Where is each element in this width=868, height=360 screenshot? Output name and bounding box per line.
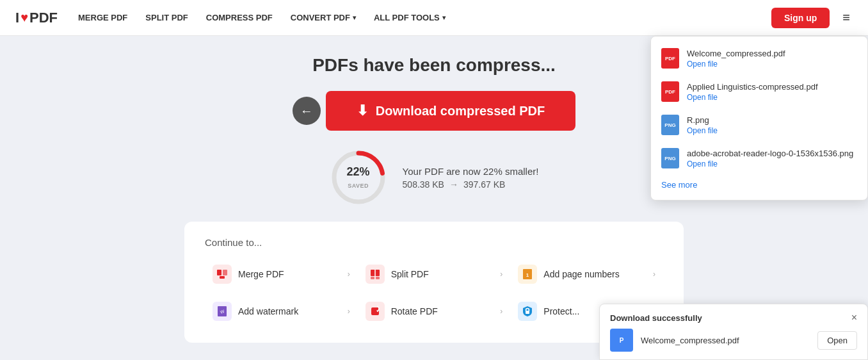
compressed-size: 397.67 KB — [463, 179, 505, 190]
tool-rotate-pdf[interactable]: Rotate PDF › — [358, 295, 511, 327]
dropdown-file-info-3: R.png Open file — [687, 115, 857, 135]
dropdown-file-name-1: Welcome_compressed.pdf — [687, 49, 857, 58]
dropdown-file-info-4: adobe-acrobat-reader-logo-0-1536x1536.pn… — [687, 149, 857, 168]
back-button[interactable]: ← — [293, 97, 321, 125]
logo[interactable]: I♥PDF — [15, 10, 58, 26]
toast-open-button[interactable]: Open — [817, 331, 857, 350]
toast-file-icon: P — [610, 329, 633, 352]
svg-rect-4 — [220, 276, 225, 279]
circle-label: 22% SAVED — [347, 165, 370, 190]
tool-label-split: Split PDF — [391, 269, 494, 279]
original-size: 508.38 KB — [403, 179, 444, 190]
tool-split-pdf[interactable]: Split PDF › — [358, 258, 511, 290]
download-icon: ⬇ — [357, 102, 368, 119]
download-area: ← ⬇ Download compressed PDF — [293, 91, 576, 131]
toast-body: P Welcome_compressed.pdf Open — [610, 329, 857, 352]
saved-label: SAVED — [348, 183, 369, 189]
page-numbers-icon: 1 — [518, 265, 537, 284]
pdf-file-icon-1: PDF — [661, 48, 679, 69]
split-svg — [369, 268, 382, 281]
dropdown-open-link-3[interactable]: Open file — [687, 126, 857, 135]
header-right: Sign up ≡ — [771, 8, 853, 28]
compression-description: Your PDF are now 22% smaller! — [403, 166, 539, 177]
svg-text:1: 1 — [526, 272, 529, 278]
size-comparison: 508.38 KB → 397.67 KB — [403, 179, 539, 190]
compression-percent: 22% — [347, 165, 370, 179]
see-more-link[interactable]: See more — [651, 175, 867, 195]
svg-rect-7 — [371, 277, 374, 279]
merge-pdf-icon — [213, 265, 232, 284]
toast-status-label: Download successfully — [610, 313, 702, 323]
svg-rect-3 — [223, 270, 227, 275]
merge-svg — [216, 268, 229, 281]
nav-convert-pdf[interactable]: CONVERT PDF ▾ — [291, 13, 356, 22]
tool-chevron-watermark: › — [348, 307, 350, 316]
nav-merge-pdf[interactable]: MERGE PDF — [78, 13, 127, 22]
watermark-svg: W — [216, 305, 229, 318]
dropdown-file-item-1[interactable]: PDF Welcome_compressed.pdf Open file — [651, 42, 867, 75]
logo-i: I — [15, 10, 19, 26]
right-arrow-icon: → — [449, 179, 458, 190]
tool-merge-pdf[interactable]: Merge PDF › — [205, 258, 358, 290]
signup-button[interactable]: Sign up — [771, 8, 830, 28]
dropdown-file-item-3[interactable]: PNG R.png Open file — [651, 108, 867, 142]
watermark-icon: W — [213, 302, 232, 321]
nav-all-pdf-tools[interactable]: ALL PDF TOOLS ▾ — [374, 13, 446, 22]
svg-rect-2 — [217, 270, 221, 275]
nav-split-pdf[interactable]: SPLIT PDF — [145, 13, 188, 22]
tool-chevron-split: › — [500, 270, 502, 279]
download-compressed-pdf-button[interactable]: ⬇ Download compressed PDF — [326, 91, 576, 131]
nav-compress-pdf[interactable]: COMPRESS PDF — [206, 13, 273, 22]
page-title: PDFs have been compress... — [312, 55, 556, 76]
continue-title: Continue to... — [205, 237, 663, 248]
tool-label-merge: Merge PDF — [238, 269, 341, 279]
stats-area: 22% SAVED Your PDF are now 22% smaller! … — [330, 149, 539, 206]
tool-chevron-merge: › — [348, 270, 350, 279]
tool-label-watermark: Add watermark — [238, 306, 341, 316]
tools-grid: Merge PDF › Split PDF › 1 Add page numbe… — [205, 258, 663, 327]
pdf-file-icon-2: PDF — [661, 81, 679, 102]
tool-add-watermark[interactable]: W Add watermark › — [205, 295, 358, 327]
logo-heart: ♥ — [20, 10, 28, 25]
tool-chevron-rotate: › — [500, 307, 502, 316]
toast-close-button[interactable]: × — [851, 312, 857, 323]
convert-caret-icon: ▾ — [353, 14, 356, 21]
png-file-icon-1: PNG — [661, 115, 679, 135]
dropdown-file-name-3: R.png — [687, 115, 857, 125]
dropdown-file-item-2[interactable]: PDF Applied Linguistics-compressed.pdf O… — [651, 75, 867, 108]
protect-pdf-icon — [518, 302, 537, 321]
dropdown-file-name-4: adobe-acrobat-reader-logo-0-1536x1536.pn… — [687, 149, 857, 158]
main-nav: MERGE PDF SPLIT PDF COMPRESS PDF CONVERT… — [78, 13, 771, 22]
rotate-svg — [369, 305, 382, 318]
png-file-icon-2: PNG — [661, 148, 679, 168]
svg-rect-8 — [376, 277, 380, 279]
dropdown-file-info-2: Applied Linguistics-compressed.pdf Open … — [687, 82, 857, 102]
split-pdf-icon — [366, 265, 385, 284]
all-tools-caret-icon: ▾ — [442, 14, 446, 21]
compression-circle: 22% SAVED — [330, 149, 387, 206]
dropdown-file-info-1: Welcome_compressed.pdf Open file — [687, 49, 857, 69]
dropdown-open-link-4[interactable]: Open file — [687, 160, 857, 168]
files-dropdown-panel: PDF Welcome_compressed.pdf Open file PDF… — [650, 36, 868, 200]
protect-svg — [521, 305, 534, 318]
dropdown-open-link-1[interactable]: Open file — [687, 60, 857, 69]
tool-label-rotate: Rotate PDF — [391, 306, 494, 316]
logo-pdf: PDF — [29, 10, 58, 26]
dropdown-file-name-2: Applied Linguistics-compressed.pdf — [687, 82, 857, 92]
tool-chevron-page-numbers: › — [653, 270, 655, 279]
rotate-pdf-icon — [366, 302, 385, 321]
stats-text-area: Your PDF are now 22% smaller! 508.38 KB … — [403, 166, 539, 190]
header: I♥PDF MERGE PDF SPLIT PDF COMPRESS PDF C… — [0, 0, 868, 36]
tool-label-page-numbers: Add page numbers — [543, 269, 647, 279]
hamburger-menu-button[interactable]: ≡ — [840, 8, 853, 28]
dropdown-file-item-4[interactable]: PNG adobe-acrobat-reader-logo-0-1536x153… — [651, 142, 867, 175]
page-numbers-svg: 1 — [521, 268, 534, 281]
download-btn-label: Download compressed PDF — [376, 104, 545, 119]
dropdown-open-link-2[interactable]: Open file — [687, 93, 857, 102]
tool-add-page-numbers[interactable]: 1 Add page numbers › — [510, 258, 663, 290]
toast-filename: Welcome_compressed.pdf — [641, 336, 810, 345]
download-toast: Download successfully × P Welcome_compre… — [599, 304, 868, 360]
toast-header: Download successfully × — [610, 312, 857, 323]
